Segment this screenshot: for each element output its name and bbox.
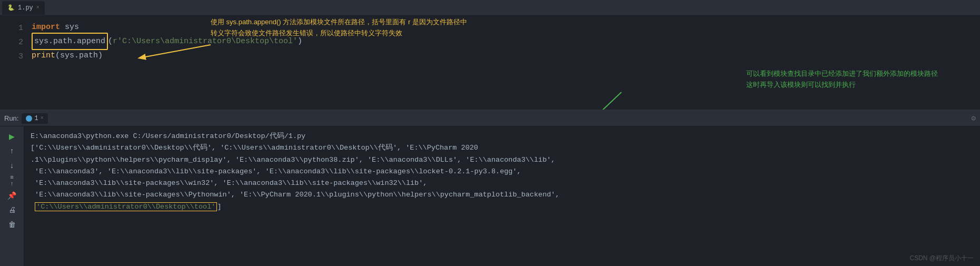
output-result-line-5: 'E:\\anaconda3\\lib\\site-packages\\Pyth…: [31, 189, 974, 201]
watermark: CSDN @程序员小十一: [909, 254, 974, 263]
editor-section: 🐍 1.py × 1 2 3 import sys sys.path.appen…: [0, 0, 980, 111]
tab-filename: 1.py: [18, 4, 33, 12]
print-button[interactable]: 🖨: [6, 204, 18, 216]
run-header: Run: 1 × ⚙: [0, 111, 980, 126]
code-area: 1 2 3 import sys sys.path.append (r'C:\U…: [0, 16, 980, 68]
line-numbers: 1 2 3: [0, 20, 32, 64]
scroll-down-button[interactable]: ↓: [6, 160, 18, 172]
run-label: Run:: [4, 114, 18, 122]
run-tab-dot: [26, 115, 32, 122]
run-panel: Run: 1 × ⚙ ▶ ↑ ↓ ≡↑ 📌 🖨 🗑 E:\anaconda3\p…: [0, 111, 980, 266]
output-result-line-4: 'E:\\anaconda3\\lib\\site-packages\\win3…: [31, 178, 974, 189]
tab-close-icon[interactable]: ×: [36, 5, 39, 11]
run-toolbar: ▶ ↑ ↓ ≡↑ 📌 🖨 🗑: [0, 126, 24, 266]
annotation-right: 可以看到模块查找目录中已经添加进了我们额外添加的模块路径 这时再导入该模块则可以…: [746, 68, 938, 91]
output-result-line-1: ['C:\\Users\\administrator0\\Desktop\\代码…: [31, 142, 974, 154]
run-tab[interactable]: 1 ×: [22, 113, 47, 124]
output-area: E:\anaconda3\python.exe C:/Users/adminis…: [24, 126, 980, 266]
svg-line-1: [474, 92, 621, 110]
highlighted-path: 'C:\\Users\\administrator0\\Desktop\\too…: [35, 202, 217, 211]
output-command-line: E:\anaconda3\python.exe C:/Users/adminis…: [31, 131, 974, 142]
keyword-import: import: [32, 20, 60, 34]
print-fn: print: [32, 48, 55, 63]
annotation-right-line2: 这时再导入该模块则可以找到并执行: [746, 80, 938, 91]
annotation-top-line2: 转义字符会致使文件路径发生错误，所以使路径中转义字符失效: [211, 28, 467, 39]
output-result-line-6: 'C:\\Users\\administrator0\\Desktop\\too…: [31, 201, 974, 213]
print-args: (sys.path): [55, 48, 103, 63]
run-play-button[interactable]: ▶: [6, 131, 18, 142]
annotation-top: 使用 sys.path.append() 方法添加模块文件所在路径，括号里面有 …: [211, 17, 467, 39]
tab-bar: 🐍 1.py ×: [0, 0, 980, 16]
code-line-1: import sys: [32, 20, 980, 34]
module-name: sys: [60, 20, 79, 34]
highlighted-method: sys.path.append: [32, 33, 108, 50]
python-icon: 🐍: [7, 4, 15, 11]
code-line-2: sys.path.append (r'C:\Users\administrato…: [32, 34, 980, 48]
code-line-3: print (sys.path): [32, 48, 980, 63]
settings-gear-icon[interactable]: ⚙: [972, 114, 976, 123]
code-lines[interactable]: import sys sys.path.append (r'C:\Users\a…: [32, 20, 980, 64]
annotation-top-line1: 使用 sys.path.append() 方法添加模块文件所在路径，括号里面有 …: [211, 17, 467, 28]
run-tab-number: 1: [34, 115, 38, 122]
run-title: Run: 1 ×: [4, 113, 48, 124]
method-args: (: [108, 34, 113, 48]
output-result-line-2: .1\\plugins\\python\\helpers\\pycharm_di…: [31, 154, 974, 166]
menu-button[interactable]: ≡↑: [6, 175, 18, 186]
pin-button[interactable]: 📌: [6, 190, 18, 201]
scroll-up-button[interactable]: ↑: [6, 145, 18, 157]
output-result-line-3: 'E:\\anaconda3', 'E:\\anaconda3\\lib\\si…: [31, 166, 974, 178]
annotation-right-line1: 可以看到模块查找目录中已经添加进了我们额外添加的模块路径: [746, 68, 938, 80]
editor-tab[interactable]: 🐍 1.py ×: [2, 1, 45, 15]
clear-button[interactable]: 🗑: [6, 219, 18, 231]
run-tab-close-icon[interactable]: ×: [41, 115, 44, 121]
